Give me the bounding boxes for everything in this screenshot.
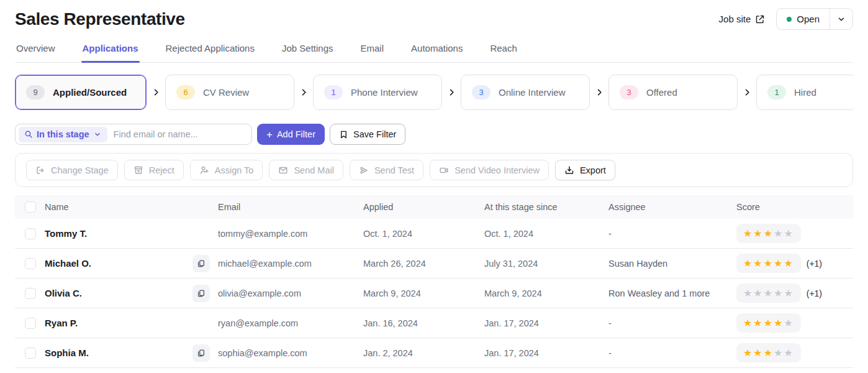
stage-since-date: March 9, 2024: [484, 288, 608, 298]
stage-cv-review[interactable]: 6 CV Review: [165, 75, 294, 110]
star-filled-icon: ★: [784, 259, 793, 269]
stage-pipeline: 9 Applied/Sourced 6 CV Review 1 Phone In…: [15, 74, 853, 110]
job-site-label: Job site: [719, 14, 751, 24]
send-mail-button[interactable]: Send Mail: [269, 160, 343, 180]
table-row[interactable]: Olivia C. olivia@example.com March 9, 20…: [15, 279, 853, 308]
score-stars[interactable]: ★★★★★: [736, 224, 801, 243]
stage-chevron-icon: [590, 88, 608, 97]
assignee: -: [608, 348, 736, 358]
tab-rejected-applications[interactable]: Rejected Applications: [165, 38, 256, 62]
copy-email-button[interactable]: [192, 255, 210, 272]
select-all-checkbox[interactable]: [25, 201, 36, 213]
stage-hired[interactable]: 1 Hired: [756, 75, 853, 110]
table-row[interactable]: Ryan P. ryan@example.com Jan. 16, 2024 J…: [15, 308, 853, 338]
assign-to-icon: [199, 165, 209, 175]
stage-applied-sourced[interactable]: 9 Applied/Sourced: [15, 75, 147, 110]
export-button[interactable]: Export: [555, 160, 615, 180]
filter-bar: In this stage + Add Filter Save Filter: [15, 124, 853, 145]
send-video-interview-button[interactable]: Send Video Interview: [430, 160, 549, 180]
score-extra: (+1): [807, 259, 822, 269]
candidate-name[interactable]: Ryan P.: [45, 318, 192, 328]
star-filled-icon: ★: [753, 348, 763, 358]
status-split-button: Open: [776, 8, 853, 30]
star-filled-icon: ★: [743, 318, 753, 328]
star-empty-icon: ★: [784, 348, 793, 358]
copy-email-button[interactable]: [192, 285, 210, 302]
chevron-down-icon: [837, 15, 846, 24]
stage-label: CV Review: [203, 87, 249, 98]
column-header-stage-since: At this stage since: [484, 202, 608, 212]
star-filled-icon: ★: [743, 229, 753, 239]
stage-phone-interview[interactable]: 1 Phone Interview: [313, 75, 442, 110]
change-stage-button[interactable]: Change Stage: [26, 160, 118, 180]
star-filled-icon: ★: [764, 259, 774, 269]
copy-email-button[interactable]: [192, 344, 210, 362]
status-button[interactable]: Open: [777, 9, 830, 29]
score-extra: (+1): [807, 288, 822, 298]
reject-button[interactable]: Reject: [124, 160, 184, 180]
stage-online-interview[interactable]: 3 Online Interview: [461, 75, 590, 110]
row-checkbox[interactable]: [25, 288, 36, 299]
add-filter-button[interactable]: + Add Filter: [257, 124, 325, 145]
column-header-score: Score: [736, 202, 853, 212]
stage-label: Online Interview: [499, 87, 566, 98]
star-empty-icon: ★: [774, 288, 784, 298]
score-stars[interactable]: ★★★★★: [736, 343, 801, 362]
candidate-name[interactable]: Michael O.: [45, 258, 192, 269]
star-empty-icon: ★: [774, 229, 784, 239]
stage-label: Offered: [646, 87, 677, 98]
tab-reach[interactable]: Reach: [489, 38, 518, 62]
score-stars[interactable]: ★★★★★: [736, 313, 801, 333]
status-dropdown-button[interactable]: [830, 9, 852, 29]
column-header-assignee: Assignee: [608, 202, 736, 212]
tab-automations[interactable]: Automations: [410, 38, 464, 62]
stage-count-badge: 9: [26, 85, 45, 99]
star-empty-icon: ★: [784, 318, 793, 328]
search-input[interactable]: [107, 129, 245, 139]
assign-to-button[interactable]: Assign To: [190, 160, 263, 180]
save-filter-button[interactable]: Save Filter: [330, 124, 405, 145]
job-site-link[interactable]: Job site: [719, 14, 766, 24]
score-stars[interactable]: ★★★★★: [736, 254, 801, 273]
applied-date: March 26, 2024: [363, 259, 484, 269]
page-header: Sales Representative Job site Open: [15, 0, 853, 30]
assignee: Ron Weasley and 1 more: [608, 288, 736, 298]
row-checkbox[interactable]: [25, 318, 36, 329]
candidate-name[interactable]: Olivia C.: [45, 288, 192, 298]
change-stage-label: Change Stage: [51, 165, 109, 175]
row-checkbox[interactable]: [25, 228, 36, 239]
row-checkbox[interactable]: [25, 348, 36, 359]
star-filled-icon: ★: [774, 259, 784, 269]
assignee: Susan Hayden: [608, 259, 736, 269]
table-row[interactable]: Michael O. michael@example.com March 26,…: [15, 249, 853, 279]
stage-count-badge: 3: [472, 85, 491, 99]
candidates-table: Name Email Applied At this stage since A…: [15, 195, 853, 368]
send-video-interview-label: Send Video Interview: [454, 165, 540, 175]
score-stars[interactable]: ★★★★★: [736, 283, 801, 303]
table-row[interactable]: Tommy T. tommy@example.com Oct. 1, 2024 …: [15, 219, 853, 249]
tab-job-settings[interactable]: Job Settings: [281, 38, 335, 62]
column-header-email: Email: [218, 202, 363, 212]
job-page: Sales Representative Job site Open Overv…: [0, 0, 868, 368]
send-test-button[interactable]: Send Test: [350, 160, 423, 180]
tab-applications[interactable]: Applications: [81, 38, 140, 62]
candidate-email: ryan@example.com: [218, 318, 363, 328]
table-header-row: Name Email Applied At this stage since A…: [15, 195, 853, 219]
star-filled-icon: ★: [764, 348, 774, 358]
send-test-label: Send Test: [374, 165, 414, 175]
tab-overview[interactable]: Overview: [15, 38, 57, 62]
candidate-name[interactable]: Sophia M.: [45, 348, 192, 358]
table-row[interactable]: Sophia M. sophia@example.com Jan. 2, 202…: [15, 338, 853, 368]
candidate-name[interactable]: Tommy T.: [45, 228, 192, 239]
copy-icon: [197, 349, 206, 357]
tab-email[interactable]: Email: [359, 38, 386, 62]
reject-icon: [133, 165, 143, 175]
candidate-email: olivia@example.com: [218, 288, 363, 298]
search-scope-dropdown[interactable]: In this stage: [19, 127, 107, 142]
send-mail-icon: [278, 165, 288, 175]
applied-date: Jan. 16, 2024: [363, 318, 484, 328]
bulk-actions-toolbar: Change Stage Reject Assign To Send Mail …: [15, 153, 853, 187]
stage-offered[interactable]: 3 Offered: [608, 75, 738, 110]
candidate-email: sophia@example.com: [218, 348, 363, 358]
row-checkbox[interactable]: [25, 258, 36, 269]
